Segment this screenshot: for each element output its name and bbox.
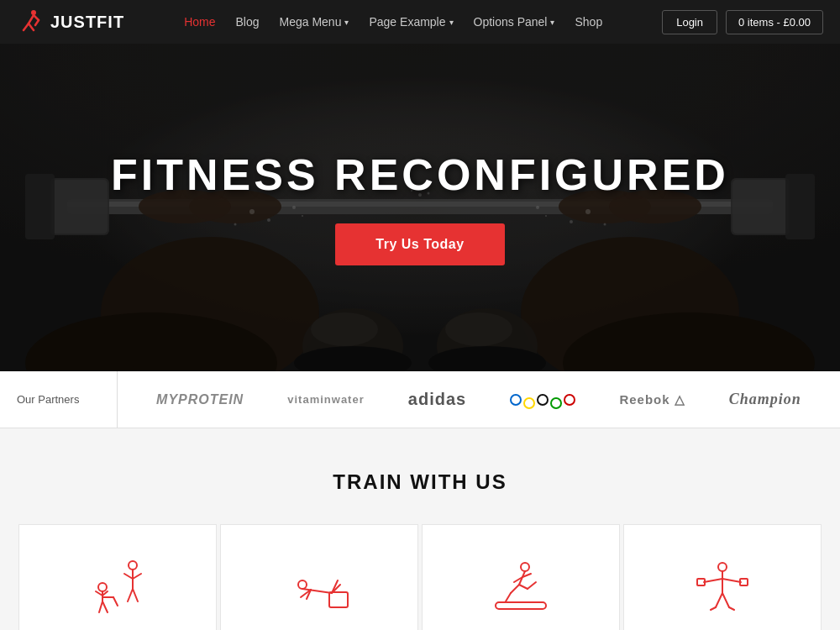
olympic-ring-blue — [510, 394, 522, 406]
options-panel-chevron-icon: ▾ — [550, 18, 554, 27]
svg-line-57 — [99, 601, 102, 612]
strength-icon — [689, 555, 756, 622]
train-card-freestyle: FREESTYLE — [220, 524, 418, 630]
svg-point-45 — [129, 561, 137, 570]
page-example-chevron-icon: ▾ — [449, 18, 454, 27]
svg-point-75 — [718, 563, 727, 571]
train-section: TRAIN WITH US — [0, 428, 840, 630]
logo-icon — [17, 8, 44, 35]
partners-logos: MYPROTEIN vitaminwater adidas Reebok △ C… — [118, 390, 840, 409]
olympic-ring-green — [550, 397, 562, 409]
svg-line-71 — [528, 582, 536, 589]
partner-adidas: adidas — [408, 390, 466, 409]
svg-line-54 — [113, 597, 118, 606]
svg-point-51 — [98, 583, 107, 591]
partner-olympic — [510, 391, 575, 409]
svg-line-68 — [511, 585, 519, 593]
nav-mega-menu[interactable]: Mega Menu ▾ — [280, 15, 349, 29]
cart-button[interactable]: 0 items - £0.00 — [726, 10, 823, 34]
nav-shop[interactable]: Shop — [575, 15, 602, 29]
logo-text: JUSTFIT — [50, 13, 124, 32]
train-section-title: TRAIN WITH US — [17, 470, 823, 494]
svg-point-59 — [298, 580, 307, 589]
svg-line-1 — [29, 15, 34, 24]
hero-title: FITNESS RECONFIGURED — [111, 150, 729, 200]
cardio-icon — [487, 555, 554, 622]
train-card-strength: STRENGTH — [623, 524, 822, 630]
svg-line-69 — [506, 593, 511, 601]
train-card-group: GROUP WORKOUTS — [18, 524, 217, 630]
svg-rect-65 — [329, 592, 348, 607]
olympic-ring-black — [537, 394, 549, 406]
svg-line-49 — [128, 589, 133, 601]
main-nav: Home Blog Mega Menu ▾ Page Example ▾ Opt… — [184, 15, 602, 29]
svg-line-50 — [133, 589, 138, 601]
site-header: JUSTFIT Home Blog Mega Menu ▾ Page Examp… — [0, 0, 840, 44]
train-card-cardio: CARDIO — [422, 524, 620, 630]
olympic-ring-red — [564, 394, 575, 406]
svg-line-48 — [124, 574, 133, 579]
logo[interactable]: JUSTFIT — [17, 8, 124, 35]
svg-line-70 — [519, 585, 528, 589]
freestyle-icon — [286, 555, 353, 622]
svg-line-47 — [133, 574, 141, 579]
svg-line-5 — [35, 20, 39, 25]
nav-blog[interactable]: Blog — [235, 15, 259, 29]
svg-line-2 — [24, 24, 29, 30]
partners-bar: Our Partners MYPROTEIN vitaminwater adid… — [0, 371, 840, 428]
svg-line-3 — [29, 24, 34, 30]
login-button[interactable]: Login — [662, 10, 717, 34]
svg-point-66 — [521, 563, 529, 571]
svg-line-84 — [729, 607, 734, 610]
partners-label: Our Partners — [0, 371, 118, 428]
partner-reebok: Reebok △ — [619, 392, 685, 407]
nav-page-example[interactable]: Page Example ▾ — [369, 15, 453, 29]
svg-line-83 — [711, 607, 716, 610]
partner-champion: Champion — [729, 391, 801, 408]
mega-menu-chevron-icon: ▾ — [344, 18, 349, 27]
svg-line-81 — [716, 593, 722, 607]
train-cards: GROUP WORKOUTS FREESTYLE — [17, 524, 823, 630]
svg-line-58 — [102, 601, 108, 612]
nav-home[interactable]: Home — [184, 15, 215, 29]
partner-vitaminwater: vitaminwater — [287, 393, 364, 406]
svg-line-78 — [722, 579, 741, 582]
header-actions: Login 0 items - £0.00 — [662, 10, 823, 34]
group-workouts-icon — [84, 555, 151, 622]
hero-section: FITNESS RECONFIGURED Try Us Today — [0, 44, 840, 371]
try-today-button[interactable]: Try Us Today — [335, 223, 504, 265]
svg-rect-74 — [496, 602, 546, 609]
svg-line-4 — [34, 15, 39, 20]
partner-myprotein: MYPROTEIN — [156, 392, 244, 407]
olympic-ring-yellow — [523, 397, 535, 409]
hero-content: FITNESS RECONFIGURED Try Us Today — [0, 44, 840, 371]
nav-options-panel[interactable]: Options Panel ▾ — [474, 15, 555, 29]
svg-line-77 — [704, 579, 722, 582]
svg-line-82 — [722, 593, 729, 607]
